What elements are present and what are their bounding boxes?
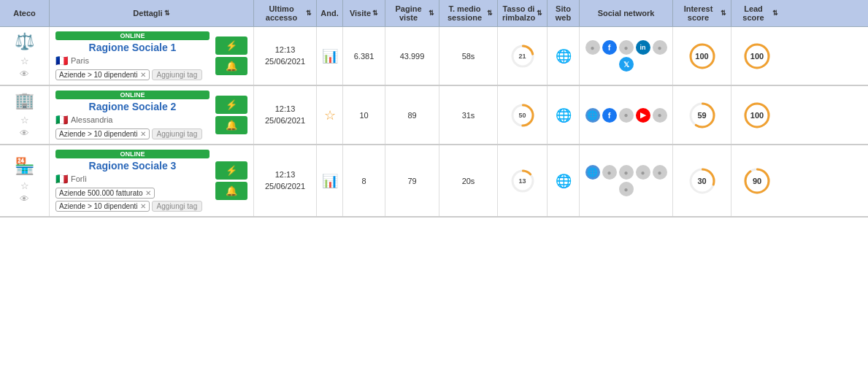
tag[interactable]: Aziende 500.000 fatturato ✕ bbox=[55, 188, 155, 199]
col-header-tasso[interactable]: Tasso di rimbalzo ⇅ bbox=[498, 0, 548, 26]
action-bolt-button[interactable]: ⚡ bbox=[215, 96, 247, 114]
col-header-dettagli[interactable]: Dettagli ⇅ bbox=[50, 0, 254, 26]
city-label: Paris bbox=[71, 56, 89, 65]
visite-cell: 6.381 bbox=[343, 27, 385, 85]
dettagli-inner: ONLINE Ragione Sociale 1 🇫🇷 Paris Aziend… bbox=[55, 31, 247, 80]
ultimo-accesso-cell: 12:1325/06/2021 bbox=[254, 27, 317, 85]
social-icon-youtube[interactable]: ▶ bbox=[636, 108, 650, 123]
site-web-icon[interactable]: 🌐 bbox=[556, 48, 572, 64]
social-icon-gray[interactable]: ● bbox=[653, 40, 667, 55]
table-row: ⚖️ ☆ 👁 ONLINE Ragione Sociale 1 🇫🇷 Paris… bbox=[0, 27, 868, 86]
visite-cell: 10 bbox=[343, 86, 385, 144]
lead-score-cell: 90 bbox=[731, 145, 783, 216]
site-web-icon[interactable]: 🌐 bbox=[556, 107, 572, 123]
col-header-ateco: Ateco bbox=[0, 0, 50, 26]
action-bell-button[interactable]: 🔔 bbox=[215, 116, 247, 134]
ateco-actions: ☆ 👁 bbox=[20, 115, 29, 139]
social-icon-gray[interactable]: ● bbox=[602, 165, 617, 180]
visite-cell: 8 bbox=[343, 145, 385, 216]
tag[interactable]: Aziende > 10 dipendenti ✕ bbox=[55, 69, 150, 80]
col-header-pagine[interactable]: Pagine viste ⇅ bbox=[385, 0, 439, 26]
eye-action-icon[interactable]: 👁 bbox=[20, 193, 29, 204]
action-bell-button[interactable]: 🔔 bbox=[215, 57, 247, 75]
star-action-icon[interactable]: ☆ bbox=[20, 115, 29, 126]
social-icon-facebook[interactable]: f bbox=[602, 40, 617, 55]
col-header-visite[interactable]: Visite ⇅ bbox=[343, 0, 385, 26]
country-flag: 🇮🇹 bbox=[55, 173, 68, 185]
tag-remove-icon[interactable]: ✕ bbox=[140, 71, 146, 79]
add-tag-button[interactable]: Aggiungi tag bbox=[152, 128, 203, 139]
and-star-icon[interactable]: ☆ bbox=[324, 107, 336, 123]
action-bolt-button[interactable]: ⚡ bbox=[215, 36, 247, 55]
star-action-icon[interactable]: ☆ bbox=[20, 55, 29, 66]
ateco-cell: 🏢 ☆ 👁 bbox=[0, 86, 50, 144]
site-web-icon[interactable]: 🌐 bbox=[556, 173, 572, 189]
social-icon-gray[interactable]: ● bbox=[653, 165, 667, 180]
action-bell-button[interactable]: 🔔 bbox=[215, 182, 247, 200]
sito-cell: 🌐 bbox=[548, 86, 580, 144]
flag-city: 🇮🇹 Forlì bbox=[55, 173, 210, 185]
social-icon-gray[interactable]: ● bbox=[619, 182, 634, 196]
tag-remove-icon[interactable]: ✕ bbox=[145, 189, 151, 197]
ateco-actions: ☆ 👁 bbox=[20, 55, 29, 80]
col-header-sito: Sito web bbox=[548, 0, 580, 26]
col-header-lead[interactable]: Lead score ⇅ bbox=[731, 0, 783, 26]
table-row: 🏪 ☆ 👁 ONLINE Ragione Sociale 3 🇮🇹 Forlì … bbox=[0, 145, 868, 218]
detail-buttons: ⚡ 🔔 bbox=[215, 96, 247, 134]
ateco-icon: 🏪 bbox=[15, 157, 34, 176]
social-icon-gray[interactable]: ● bbox=[653, 108, 667, 123]
status-badge: ONLINE bbox=[55, 31, 210, 40]
pagine-value: 79 bbox=[407, 177, 416, 185]
tag[interactable]: Aziende > 10 dipendenti ✕ bbox=[55, 128, 150, 139]
eye-action-icon[interactable]: 👁 bbox=[20, 69, 29, 80]
company-name-link[interactable]: Ragione Sociale 2 bbox=[55, 101, 210, 112]
social-icon-gray[interactable]: ● bbox=[636, 165, 650, 180]
social-icon-gray[interactable]: ● bbox=[619, 165, 634, 180]
social-icon-facebook[interactable]: f bbox=[602, 108, 617, 123]
tags-area: Aziende 500.000 fatturato ✕Aziende > 10 … bbox=[55, 188, 210, 212]
social-icon-web[interactable]: 🌐 bbox=[585, 108, 600, 123]
visite-value: 10 bbox=[359, 111, 368, 120]
social-icon-web[interactable]: 🌐 bbox=[585, 165, 600, 180]
social-icon-gray[interactable]: ● bbox=[619, 40, 634, 55]
dettagli-info: ONLINE Ragione Sociale 3 🇮🇹 Forlì Aziend… bbox=[55, 150, 210, 212]
col-header-interest[interactable]: Interest score ⇅ bbox=[673, 0, 731, 26]
dettagli-inner: ONLINE Ragione Sociale 3 🇮🇹 Forlì Aziend… bbox=[55, 150, 247, 212]
ultimo-accesso-cell: 12:1325/06/2021 bbox=[254, 145, 317, 216]
add-tag-button[interactable]: Aggiungi tag bbox=[152, 201, 203, 212]
social-icon-twitter[interactable]: 𝕏 bbox=[619, 57, 634, 72]
tag-remove-icon[interactable]: ✕ bbox=[140, 202, 146, 210]
pagine-cell: 43.999 bbox=[385, 27, 439, 85]
col-header-social: Social network bbox=[580, 0, 673, 26]
col-header-tmedio[interactable]: T. medio sessione ⇅ bbox=[439, 0, 498, 26]
social-icon-gray[interactable]: ● bbox=[619, 108, 634, 123]
tag[interactable]: Aziende > 10 dipendenti ✕ bbox=[55, 201, 150, 212]
sort-lead-icon: ⇅ bbox=[772, 9, 778, 17]
eye-action-icon[interactable]: 👁 bbox=[20, 128, 29, 139]
status-badge: ONLINE bbox=[55, 91, 210, 99]
social-cell: ●f●in●𝕏 bbox=[580, 27, 673, 85]
city-label: Forlì bbox=[71, 174, 87, 183]
access-time: 12:1325/06/2021 bbox=[265, 104, 305, 126]
and-cell: 📊 bbox=[317, 27, 343, 85]
tmedio-value: 20s bbox=[462, 177, 475, 185]
action-bolt-button[interactable]: ⚡ bbox=[215, 161, 247, 180]
pagine-cell: 79 bbox=[385, 145, 439, 216]
social-icon-linkedin[interactable]: in bbox=[636, 40, 650, 55]
flag-city: 🇫🇷 Paris bbox=[55, 55, 210, 66]
tmedio-value: 58s bbox=[462, 52, 475, 61]
status-badge: ONLINE bbox=[55, 150, 210, 158]
star-action-icon[interactable]: ☆ bbox=[20, 180, 29, 191]
sort-interest-icon: ⇅ bbox=[721, 9, 726, 17]
city-label: Alessandria bbox=[71, 115, 112, 124]
and-chart-icon[interactable]: 📊 bbox=[322, 48, 338, 64]
dettagli-inner: ONLINE Ragione Sociale 2 🇮🇹 Alessandria … bbox=[55, 91, 247, 139]
and-chart-icon[interactable]: 📊 bbox=[322, 173, 338, 189]
company-name-link[interactable]: Ragione Sociale 1 bbox=[55, 42, 210, 53]
social-icon-gray[interactable]: ● bbox=[585, 40, 600, 55]
tag-remove-icon[interactable]: ✕ bbox=[140, 130, 146, 138]
company-name-link[interactable]: Ragione Sociale 3 bbox=[55, 160, 210, 172]
add-tag-button[interactable]: Aggiungi tag bbox=[152, 69, 203, 80]
ateco-icon: 🏢 bbox=[15, 91, 34, 110]
col-header-ultimo[interactable]: Ultimo accesso ⇅ bbox=[254, 0, 317, 26]
